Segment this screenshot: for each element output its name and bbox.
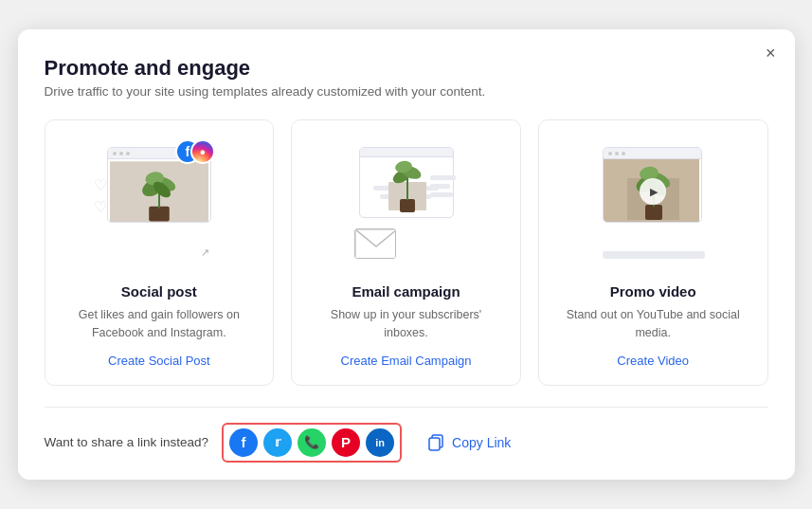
hearts-decoration: ♡ ♡: [94, 175, 107, 218]
svg-rect-23: [429, 438, 440, 450]
video-browser-frame: ▶: [603, 147, 702, 223]
copy-link-icon: [428, 434, 445, 451]
social-post-desc: Get likes and gain followers on Facebook…: [61, 306, 259, 342]
social-post-image: ♡ ♡: [61, 137, 259, 270]
svg-rect-16: [645, 205, 662, 220]
instagram-badge-icon: ●: [190, 139, 215, 164]
play-button-icon: ▶: [640, 178, 666, 205]
modal-subtitle: Drive traffic to your site using templat…: [45, 84, 768, 99]
email-campaign-desc: Show up in your subscribers' inboxes.: [307, 306, 505, 342]
email-campaign-card: Email campaign Show up in your subscribe…: [291, 119, 521, 386]
twitter-share-icon[interactable]: 𝕣: [263, 428, 292, 457]
create-video-link[interactable]: Create Video: [617, 354, 689, 368]
social-share-icons: f 𝕣 📞 P in: [222, 423, 402, 463]
promo-video-desc: Stand out on YouTube and social media.: [554, 306, 752, 342]
social-post-title: Social post: [121, 283, 197, 300]
pinterest-share-icon[interactable]: P: [332, 428, 360, 457]
cards-row: ♡ ♡: [45, 119, 768, 386]
create-social-post-link[interactable]: Create Social Post: [108, 354, 210, 368]
copy-link-button[interactable]: Copy Link: [415, 434, 511, 451]
email-envelope-icon: [354, 228, 396, 259]
share-link-label: Want to share a link instead?: [45, 435, 209, 449]
video-address-bar: [603, 251, 705, 259]
close-button[interactable]: ×: [766, 45, 776, 62]
promo-video-title: Promo video: [610, 283, 696, 300]
promo-video-card: ▶ Promo video Stand out on YouTube and s…: [538, 119, 768, 386]
facebook-share-icon[interactable]: f: [229, 428, 258, 457]
promo-video-image: ▶: [554, 137, 752, 270]
modal-title: Promote and engage: [45, 56, 768, 81]
share-arrow-icon: ↗: [201, 246, 209, 259]
whatsapp-share-icon[interactable]: 📞: [298, 428, 326, 457]
social-post-card: ♡ ♡: [45, 119, 275, 386]
svg-rect-8: [400, 199, 415, 212]
email-campaign-image: [307, 137, 505, 270]
create-email-campaign-link[interactable]: Create Email Campaign: [341, 354, 472, 368]
svg-rect-1: [149, 207, 170, 222]
email-content-lines: [430, 175, 459, 197]
promote-engage-modal: × Promote and engage Drive traffic to yo…: [18, 29, 795, 480]
copy-link-label: Copy Link: [452, 435, 511, 450]
email-campaign-title: Email campaign: [352, 283, 460, 300]
modal-footer: Want to share a link instead? f 𝕣 📞 P in…: [45, 407, 768, 480]
linkedin-share-icon[interactable]: in: [366, 428, 394, 457]
